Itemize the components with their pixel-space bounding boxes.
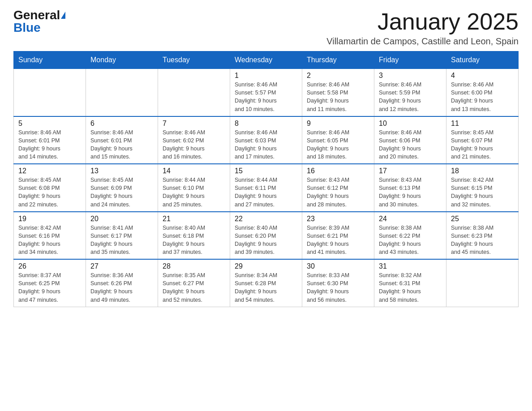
day-number: 24 xyxy=(379,215,442,223)
calendar-cell: 12Sunrise: 8:45 AM Sunset: 6:08 PM Dayli… xyxy=(14,164,86,212)
day-info: Sunrise: 8:46 AM Sunset: 6:06 PM Dayligh… xyxy=(379,128,442,161)
week-row-5: 26Sunrise: 8:37 AM Sunset: 6:25 PM Dayli… xyxy=(14,259,519,307)
day-info: Sunrise: 8:46 AM Sunset: 6:02 PM Dayligh… xyxy=(163,128,225,161)
calendar-cell xyxy=(14,69,86,116)
day-number: 22 xyxy=(235,215,297,223)
calendar-cell: 31Sunrise: 8:32 AM Sunset: 6:31 PM Dayli… xyxy=(374,259,446,307)
day-info: Sunrise: 8:46 AM Sunset: 5:59 PM Dayligh… xyxy=(379,81,442,113)
calendar-cell: 23Sunrise: 8:39 AM Sunset: 6:21 PM Dayli… xyxy=(302,212,374,260)
calendar-cell: 13Sunrise: 8:45 AM Sunset: 6:09 PM Dayli… xyxy=(86,164,158,212)
day-info: Sunrise: 8:46 AM Sunset: 5:58 PM Dayligh… xyxy=(307,81,369,113)
calendar-cell: 11Sunrise: 8:45 AM Sunset: 6:07 PM Dayli… xyxy=(446,116,519,164)
day-info: Sunrise: 8:44 AM Sunset: 6:10 PM Dayligh… xyxy=(163,176,225,209)
week-row-2: 5Sunrise: 8:46 AM Sunset: 6:01 PM Daylig… xyxy=(14,116,519,164)
day-number: 18 xyxy=(451,167,514,175)
calendar-cell: 9Sunrise: 8:46 AM Sunset: 6:05 PM Daylig… xyxy=(302,116,374,164)
day-info: Sunrise: 8:38 AM Sunset: 6:23 PM Dayligh… xyxy=(451,224,514,257)
month-title: January 2025 xyxy=(326,9,519,34)
calendar-cell: 19Sunrise: 8:42 AM Sunset: 6:16 PM Dayli… xyxy=(14,212,86,260)
calendar-cell: 18Sunrise: 8:42 AM Sunset: 6:15 PM Dayli… xyxy=(446,164,519,212)
calendar-cell: 14Sunrise: 8:44 AM Sunset: 6:10 PM Dayli… xyxy=(158,164,230,212)
calendar-cell: 28Sunrise: 8:35 AM Sunset: 6:27 PM Dayli… xyxy=(158,259,230,307)
col-header-tuesday: Tuesday xyxy=(158,51,230,69)
day-number: 14 xyxy=(163,167,225,175)
day-number: 29 xyxy=(235,262,297,270)
day-number: 9 xyxy=(307,120,369,128)
calendar-cell: 4Sunrise: 8:46 AM Sunset: 6:00 PM Daylig… xyxy=(446,69,519,116)
calendar-cell xyxy=(86,69,158,116)
day-info: Sunrise: 8:45 AM Sunset: 6:09 PM Dayligh… xyxy=(90,176,153,209)
calendar-cell: 22Sunrise: 8:40 AM Sunset: 6:20 PM Dayli… xyxy=(230,212,302,260)
col-header-sunday: Sunday xyxy=(14,51,86,69)
day-number: 6 xyxy=(90,120,153,128)
calendar-cell: 24Sunrise: 8:38 AM Sunset: 6:22 PM Dayli… xyxy=(374,212,446,260)
logo: General Blue xyxy=(13,9,65,34)
day-number: 5 xyxy=(18,120,81,128)
calendar-cell xyxy=(158,69,230,116)
day-info: Sunrise: 8:32 AM Sunset: 6:31 PM Dayligh… xyxy=(379,271,442,304)
logo-blue-text: Blue xyxy=(13,21,41,34)
day-number: 4 xyxy=(451,72,514,80)
day-number: 2 xyxy=(307,72,369,80)
day-number: 11 xyxy=(451,120,514,128)
logo-triangle-icon xyxy=(61,12,65,19)
day-info: Sunrise: 8:46 AM Sunset: 6:01 PM Dayligh… xyxy=(18,128,81,161)
day-info: Sunrise: 8:33 AM Sunset: 6:30 PM Dayligh… xyxy=(307,271,369,304)
day-number: 3 xyxy=(379,72,442,80)
day-number: 28 xyxy=(163,262,225,270)
title-block: January 2025 Villamartin de Campos, Cast… xyxy=(326,9,519,47)
day-info: Sunrise: 8:46 AM Sunset: 6:03 PM Dayligh… xyxy=(235,128,297,161)
calendar-cell: 2Sunrise: 8:46 AM Sunset: 5:58 PM Daylig… xyxy=(302,69,374,116)
calendar-cell: 10Sunrise: 8:46 AM Sunset: 6:06 PM Dayli… xyxy=(374,116,446,164)
day-info: Sunrise: 8:43 AM Sunset: 6:13 PM Dayligh… xyxy=(379,176,442,209)
day-number: 10 xyxy=(379,120,442,128)
day-info: Sunrise: 8:38 AM Sunset: 6:22 PM Dayligh… xyxy=(379,224,442,257)
day-info: Sunrise: 8:39 AM Sunset: 6:21 PM Dayligh… xyxy=(307,224,369,257)
day-number: 26 xyxy=(18,262,81,270)
day-info: Sunrise: 8:46 AM Sunset: 6:00 PM Dayligh… xyxy=(451,81,514,113)
day-number: 15 xyxy=(235,167,297,175)
calendar-table: SundayMondayTuesdayWednesdayThursdayFrid… xyxy=(13,51,519,307)
week-row-4: 19Sunrise: 8:42 AM Sunset: 6:16 PM Dayli… xyxy=(14,212,519,260)
day-number: 1 xyxy=(235,72,297,80)
day-number: 27 xyxy=(90,262,153,270)
calendar-cell: 30Sunrise: 8:33 AM Sunset: 6:30 PM Dayli… xyxy=(302,259,374,307)
calendar-cell: 8Sunrise: 8:46 AM Sunset: 6:03 PM Daylig… xyxy=(230,116,302,164)
col-header-monday: Monday xyxy=(86,51,158,69)
day-info: Sunrise: 8:42 AM Sunset: 6:15 PM Dayligh… xyxy=(451,176,514,209)
day-number: 17 xyxy=(379,167,442,175)
day-info: Sunrise: 8:46 AM Sunset: 5:57 PM Dayligh… xyxy=(235,81,297,113)
calendar-cell: 20Sunrise: 8:41 AM Sunset: 6:17 PM Dayli… xyxy=(86,212,158,260)
calendar-cell: 1Sunrise: 8:46 AM Sunset: 5:57 PM Daylig… xyxy=(230,69,302,116)
day-number: 8 xyxy=(235,120,297,128)
location-title: Villamartin de Campos, Castille and Leon… xyxy=(326,36,519,47)
day-info: Sunrise: 8:41 AM Sunset: 6:17 PM Dayligh… xyxy=(90,224,153,257)
calendar-cell: 25Sunrise: 8:38 AM Sunset: 6:23 PM Dayli… xyxy=(446,212,519,260)
day-number: 25 xyxy=(451,215,514,223)
day-info: Sunrise: 8:40 AM Sunset: 6:18 PM Dayligh… xyxy=(163,224,225,257)
logo-general-text: General xyxy=(13,9,60,21)
day-number: 31 xyxy=(379,262,442,270)
day-info: Sunrise: 8:46 AM Sunset: 6:01 PM Dayligh… xyxy=(90,128,153,161)
day-number: 16 xyxy=(307,167,369,175)
calendar-cell: 29Sunrise: 8:34 AM Sunset: 6:28 PM Dayli… xyxy=(230,259,302,307)
col-header-wednesday: Wednesday xyxy=(230,51,302,69)
calendar-cell: 15Sunrise: 8:44 AM Sunset: 6:11 PM Dayli… xyxy=(230,164,302,212)
day-number: 7 xyxy=(163,120,225,128)
calendar-cell: 3Sunrise: 8:46 AM Sunset: 5:59 PM Daylig… xyxy=(374,69,446,116)
day-number: 20 xyxy=(90,215,153,223)
calendar-cell: 16Sunrise: 8:43 AM Sunset: 6:12 PM Dayli… xyxy=(302,164,374,212)
day-info: Sunrise: 8:34 AM Sunset: 6:28 PM Dayligh… xyxy=(235,271,297,304)
day-number: 30 xyxy=(307,262,369,270)
day-number: 21 xyxy=(163,215,225,223)
calendar-cell: 27Sunrise: 8:36 AM Sunset: 6:26 PM Dayli… xyxy=(86,259,158,307)
col-header-friday: Friday xyxy=(374,51,446,69)
day-info: Sunrise: 8:43 AM Sunset: 6:12 PM Dayligh… xyxy=(307,176,369,209)
calendar-cell xyxy=(446,259,519,307)
day-number: 12 xyxy=(18,167,81,175)
day-info: Sunrise: 8:42 AM Sunset: 6:16 PM Dayligh… xyxy=(18,224,81,257)
day-number: 19 xyxy=(18,215,81,223)
calendar-cell: 5Sunrise: 8:46 AM Sunset: 6:01 PM Daylig… xyxy=(14,116,86,164)
day-info: Sunrise: 8:44 AM Sunset: 6:11 PM Dayligh… xyxy=(235,176,297,209)
day-info: Sunrise: 8:36 AM Sunset: 6:26 PM Dayligh… xyxy=(90,271,153,304)
